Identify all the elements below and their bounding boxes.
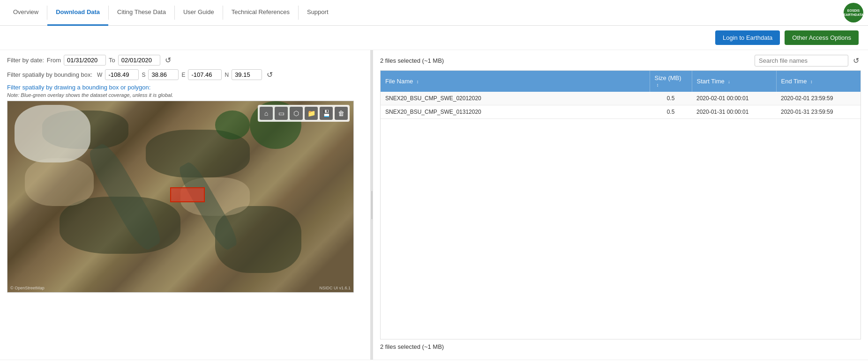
earthdata-logo: EOSDISEARTHDATA xyxy=(844,3,863,22)
search-row: ↺ xyxy=(755,55,861,66)
left-panel: Filter by date: From To ↺ Filter spatial… xyxy=(0,50,370,360)
tab-download-data[interactable]: Download Data xyxy=(47,0,108,26)
w-label: W xyxy=(97,72,102,78)
e-coord-input[interactable] xyxy=(188,69,222,80)
table-row[interactable]: SNEX20_BSU_CMP_SWE_01312020 0.5 2020-01-… xyxy=(381,105,861,119)
terrain-patch-5 xyxy=(25,158,94,206)
sort-icon-end-time: ↕ xyxy=(810,79,813,84)
file-table-scroll-area[interactable]: File Name ↕ Size (MB) ↕ Start Time ↓ E xyxy=(380,70,861,339)
cell-file-name: SNEX20_BSU_CMP_SWE_01312020 xyxy=(381,105,650,119)
w-coord-input[interactable] xyxy=(105,69,139,80)
tab-citing-these-data[interactable]: Citing These Data xyxy=(109,0,174,26)
s-label: S xyxy=(142,72,145,78)
cell-size-mb: 0.5 xyxy=(650,105,692,119)
map-selection-box xyxy=(170,187,205,203)
splitter-line xyxy=(372,191,372,219)
table-row[interactable]: SNEX20_BSU_CMP_SWE_02012020 0.5 2020-02-… xyxy=(381,92,861,105)
n-coord-input[interactable] xyxy=(232,69,262,80)
to-label: To xyxy=(109,57,115,64)
terrain-green-2 xyxy=(215,111,250,139)
tab-overview[interactable]: Overview xyxy=(5,0,47,26)
cell-end-time: 2020-02-01 23:59:59 xyxy=(776,92,861,105)
bounding-box-filter-row: Filter spatially by bounding box: W S E … xyxy=(7,69,363,80)
search-reset-button[interactable]: ↺ xyxy=(851,56,861,65)
sort-icon-file-name: ↕ xyxy=(417,79,419,84)
logo-area: EOSDISEARTHDATA xyxy=(844,3,863,22)
s-coord-input[interactable] xyxy=(148,69,179,80)
n-label: N xyxy=(224,72,229,78)
to-date-input[interactable] xyxy=(118,55,160,66)
other-access-options-button[interactable]: Other Access Options xyxy=(785,30,859,45)
main-layout: Filter by date: From To ↺ Filter spatial… xyxy=(0,50,868,360)
from-date-input[interactable] xyxy=(64,55,106,66)
tab-technical-references[interactable]: Technical References xyxy=(223,0,298,26)
date-filter-label: Filter by date: xyxy=(7,57,44,64)
file-table: File Name ↕ Size (MB) ↕ Start Time ↓ E xyxy=(381,71,861,119)
files-selected-count-bottom: 2 files selected (~1 MB) xyxy=(380,343,861,350)
files-header: 2 files selected (~1 MB) ↺ xyxy=(380,55,861,66)
polygon-filter-label: Filter spatially by drawing a bounding b… xyxy=(7,84,363,91)
col-header-start-time[interactable]: Start Time ↓ xyxy=(692,71,776,92)
tabs-bar: Overview Download Data Citing These Data… xyxy=(0,0,868,26)
right-panel: 2 files selected (~1 MB) ↺ File Name ↕ S… xyxy=(373,50,868,360)
map-attribution: © OpenStreetMap xyxy=(10,286,45,290)
cell-start-time: 2020-02-01 00:00:01 xyxy=(692,92,776,105)
file-table-body: SNEX20_BSU_CMP_SWE_02012020 0.5 2020-02-… xyxy=(381,92,861,119)
cell-size-mb: 0.5 xyxy=(650,92,692,105)
from-label: From xyxy=(47,57,61,64)
map-rectangle-button[interactable]: ▭ xyxy=(275,107,288,120)
action-bar: Login to Earthdata Other Access Options xyxy=(0,26,868,50)
login-to-earthdata-button[interactable]: Login to Earthdata xyxy=(715,30,780,45)
cell-start-time: 2020-01-31 00:00:01 xyxy=(692,105,776,119)
map-toolbar: ⌂ ▭ ⬡ 📁 💾 🗑 xyxy=(258,105,350,122)
map-delete-button[interactable]: 🗑 xyxy=(335,107,348,120)
map-container[interactable]: © OpenStreetMap NSIDC UI v1.6.1 ⌂ ▭ ⬡ 📁 … xyxy=(7,101,354,293)
map-polygon-button[interactable]: ⬡ xyxy=(290,107,303,120)
map-background: © OpenStreetMap NSIDC UI v1.6.1 xyxy=(7,101,353,292)
cell-file-name: SNEX20_BSU_CMP_SWE_02012020 xyxy=(381,92,650,105)
bounding-box-reset-button[interactable]: ↺ xyxy=(265,70,275,79)
terrain-snow-1 xyxy=(15,105,90,162)
cell-end-time: 2020-01-31 23:59:59 xyxy=(776,105,861,119)
sort-icon-start-time: ↓ xyxy=(728,79,730,84)
map-folder-button[interactable]: 📁 xyxy=(305,107,318,120)
date-filter-row: Filter by date: From To ↺ xyxy=(7,55,363,66)
col-header-file-name[interactable]: File Name ↕ xyxy=(381,71,650,92)
date-reset-button[interactable]: ↺ xyxy=(163,56,173,65)
table-header: File Name ↕ Size (MB) ↕ Start Time ↓ E xyxy=(381,71,861,92)
search-file-names-input[interactable] xyxy=(755,55,848,66)
e-label: E xyxy=(181,72,185,78)
tab-support[interactable]: Support xyxy=(299,0,337,26)
bounding-box-label: Filter spatially by bounding box: xyxy=(7,71,92,78)
files-selected-count-top: 2 files selected (~1 MB) xyxy=(380,57,444,64)
map-home-button[interactable]: ⌂ xyxy=(260,107,273,120)
sort-icon-size-mb: ↕ xyxy=(657,82,659,88)
map-save-button[interactable]: 💾 xyxy=(320,107,333,120)
col-header-end-time[interactable]: End Time ↕ xyxy=(776,71,861,92)
coverage-note: Note: Blue-green overlay shows the datas… xyxy=(7,92,363,98)
map-version: NSIDC UI v1.6.1 xyxy=(319,286,351,290)
tab-user-guide[interactable]: User Guide xyxy=(175,0,223,26)
col-header-size-mb[interactable]: Size (MB) ↕ xyxy=(650,71,692,92)
